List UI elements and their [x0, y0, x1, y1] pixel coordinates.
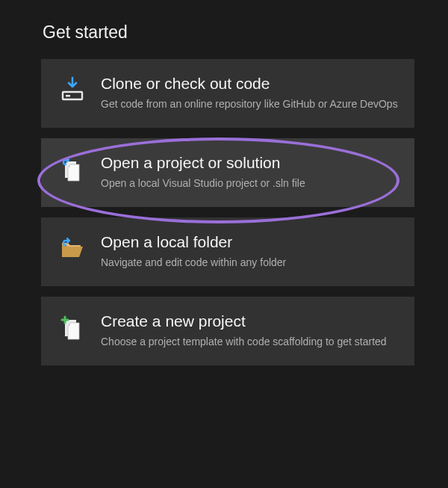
- svg-rect-1: [66, 95, 70, 97]
- option-text: Clone or check out code Get code from an…: [101, 74, 399, 111]
- option-description: Choose a project template with code scaf…: [101, 335, 399, 349]
- option-clone-checkout[interactable]: Clone or check out code Get code from an…: [41, 59, 414, 128]
- get-started-panel: Get started Clone or check out code Get …: [0, 0, 448, 380]
- option-text: Open a project or solution Open a local …: [101, 153, 399, 191]
- option-create-project[interactable]: Create a new project Choose a project te…: [41, 297, 414, 365]
- download-drive-icon: [57, 75, 87, 105]
- page-title: Get started: [43, 22, 414, 43]
- start-options-list: Clone or check out code Get code from an…: [41, 59, 414, 365]
- option-description: Get code from an online repository like …: [101, 97, 399, 111]
- option-title: Open a local folder: [101, 232, 399, 251]
- open-project-icon: [57, 155, 87, 185]
- option-open-folder[interactable]: Open a local folder Navigate and edit co…: [41, 217, 414, 286]
- option-text: Create a new project Choose a project te…: [101, 312, 399, 349]
- new-project-icon: [57, 313, 87, 343]
- open-folder-icon: [57, 234, 87, 264]
- svg-rect-0: [63, 92, 82, 99]
- option-open-project[interactable]: Open a project or solution Open a local …: [41, 138, 414, 207]
- option-title: Clone or check out code: [101, 74, 399, 93]
- option-text: Open a local folder Navigate and edit co…: [101, 232, 399, 270]
- option-title: Create a new project: [101, 312, 399, 330]
- option-description: Navigate and edit code within any folder: [101, 256, 399, 270]
- option-description: Open a local Visual Studio project or .s…: [101, 176, 399, 191]
- option-title: Open a project or solution: [101, 153, 399, 172]
